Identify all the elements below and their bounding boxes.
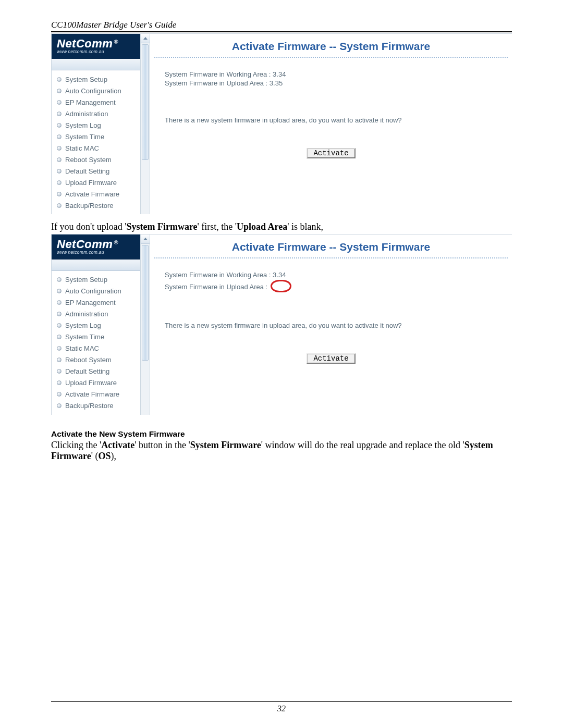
menu-label: Auto Configuration (65, 87, 121, 95)
nav-bar (52, 59, 140, 70)
bullet-icon (57, 369, 62, 374)
bullet-icon (57, 203, 62, 208)
bullet-icon (57, 346, 62, 351)
menu-item-auto-configuration[interactable]: Auto Configuration (52, 85, 140, 96)
menu-label: Static MAC (65, 144, 99, 152)
scroll-up-icon[interactable] (141, 34, 150, 43)
menu-label: Administration (65, 110, 108, 118)
menu-item-default-setting[interactable]: Default Setting (52, 165, 140, 177)
menu-item-upload-firmware[interactable]: Upload Firmware (52, 377, 140, 389)
final-paragraph: Clicking the 'Activate' button in the 'S… (51, 440, 512, 462)
bullet-icon (57, 134, 62, 139)
text: ' button in the ' (134, 440, 190, 450)
menu-item-ep-management[interactable]: EP Management (52, 96, 140, 108)
bullet-icon (57, 277, 62, 282)
brand-name: NetComm (57, 37, 113, 50)
upload-area-prefix: System Firmware in Upload Area : (165, 283, 270, 291)
upload-area-line: System Firmware in Upload Area : (165, 280, 512, 292)
menu-item-auto-configuration[interactable]: Auto Configuration (52, 286, 140, 297)
menu-item-system-setup[interactable]: System Setup (52, 73, 140, 85)
upload-area-line: System Firmware in Upload Area : 3.35 (165, 79, 512, 87)
admin-panel-1: NetComm® www.netcomm.com.au System Setup… (51, 33, 512, 214)
menu-item-system-log[interactable]: System Log (52, 119, 140, 131)
sidebar-scrollbar[interactable] (140, 34, 150, 214)
bullet-icon (57, 392, 62, 397)
bullet-icon (57, 289, 62, 293)
text-bold: Activate (101, 440, 134, 450)
text: ' is blank, (287, 221, 323, 232)
menu-item-backup-restore[interactable]: Backup/Restore (52, 400, 140, 412)
firmware-info: System Firmware in Working Area : 3.34 S… (150, 271, 512, 292)
scroll-up-icon[interactable] (141, 235, 150, 244)
menu-label: System Setup (65, 276, 107, 283)
menu-item-activate-firmware[interactable]: Activate Firmware (52, 188, 140, 200)
brand-logo: NetComm® www.netcomm.com.au (52, 235, 140, 260)
content-area: Activate Firmware -- System Firmware Sys… (150, 235, 512, 415)
menu-item-static-mac[interactable]: Static MAC (52, 343, 140, 354)
page-title: Activate Firmware -- System Firmware (154, 235, 508, 258)
menu-item-system-setup[interactable]: System Setup (52, 274, 140, 286)
activate-prompt: There is a new system firmware in upload… (150, 322, 512, 329)
bullet-icon (57, 403, 62, 408)
menu-item-administration[interactable]: Administration (52, 108, 140, 119)
menu-item-activate-firmware[interactable]: Activate Firmware (52, 389, 140, 400)
bullet-icon (57, 123, 62, 128)
sidebar: NetComm® www.netcomm.com.au System Setup… (52, 34, 140, 214)
menu-label: Auto Configuration (65, 287, 121, 295)
menu-item-backup-restore[interactable]: Backup/Restore (52, 200, 140, 211)
menu-label: System Time (65, 333, 104, 341)
menu-label: Reboot System (65, 356, 112, 364)
menu-item-system-log[interactable]: System Log (52, 320, 140, 331)
menu-item-system-time[interactable]: System Time (52, 131, 140, 142)
menu-label: System Setup (65, 76, 107, 83)
text: If you don't upload ' (51, 221, 126, 232)
bullet-icon (57, 357, 62, 362)
menu-label: Administration (65, 310, 108, 318)
text-bold: OS (98, 451, 111, 461)
header-rule (51, 31, 512, 32)
admin-panel-2: NetComm® www.netcomm.com.au System Setup… (51, 234, 512, 415)
menu-label: Reboot System (65, 156, 112, 164)
footer-rule (51, 701, 512, 702)
menu-item-default-setting[interactable]: Default Setting (52, 366, 140, 377)
working-area-line: System Firmware in Working Area : 3.34 (165, 70, 512, 78)
brand-url: www.netcomm.com.au (57, 49, 140, 54)
page-number: 32 (0, 704, 563, 713)
menu-item-administration[interactable]: Administration (52, 309, 140, 320)
registered-mark: ® (114, 39, 118, 45)
menu-label: EP Management (65, 98, 116, 106)
menu-item-reboot-system[interactable]: Reboot System (52, 154, 140, 165)
menu-label: Activate Firmware (65, 390, 119, 398)
content-area: Activate Firmware -- System Firmware Sys… (150, 34, 512, 214)
menu-item-system-time[interactable]: System Time (52, 331, 140, 343)
activate-button[interactable]: Activate (307, 148, 355, 158)
menu-item-static-mac[interactable]: Static MAC (52, 142, 140, 154)
registered-mark: ® (114, 239, 118, 245)
page-title: Activate Firmware -- System Firmware (154, 34, 508, 58)
menu-label: Default Setting (65, 167, 109, 175)
bullet-icon (57, 300, 62, 305)
menu-label: System Log (65, 322, 101, 329)
brand-url: www.netcomm.com.au (57, 250, 140, 255)
bullet-icon (57, 77, 62, 82)
firmware-info: System Firmware in Working Area : 3.34 S… (150, 70, 512, 87)
bullet-icon (57, 180, 62, 185)
text: ' first, the ' (198, 221, 237, 232)
menu-item-upload-firmware[interactable]: Upload Firmware (52, 177, 140, 188)
activate-button[interactable]: Activate (307, 353, 355, 364)
brand-logo: NetComm® www.netcomm.com.au (52, 34, 140, 59)
menu-item-reboot-system[interactable]: Reboot System (52, 354, 140, 366)
menu-label: Static MAC (65, 344, 99, 352)
bullet-icon (57, 380, 62, 385)
bullet-icon (57, 169, 62, 174)
menu-label: Default Setting (65, 367, 109, 375)
text: ' ( (91, 451, 99, 461)
menu-item-ep-management[interactable]: EP Management (52, 297, 140, 309)
menu-label: Activate Firmware (65, 190, 119, 198)
bullet-icon (57, 192, 62, 196)
working-area-line: System Firmware in Working Area : 3.34 (165, 271, 512, 279)
doc-header: CC100Master Bridge User's Guide (51, 20, 512, 30)
scroll-thumb[interactable] (142, 44, 149, 160)
sidebar-scrollbar[interactable] (140, 235, 150, 415)
scroll-thumb[interactable] (142, 245, 149, 361)
